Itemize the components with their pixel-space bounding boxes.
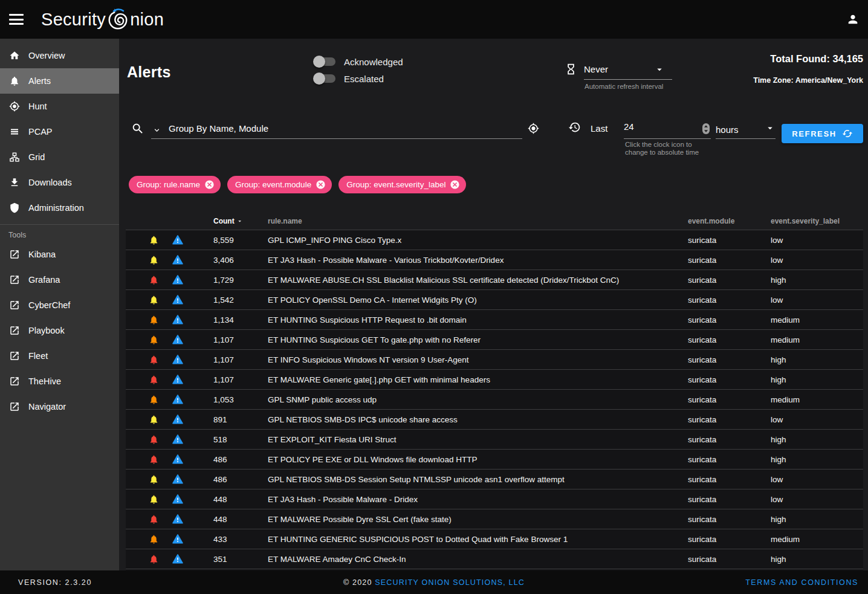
table-row[interactable]: 891 GPL NETBIOS SMB-DS IPC$ unicode shar… (126, 409, 863, 429)
table-row[interactable]: 1,542 ET POLICY OpenSSL Demo CA - Intern… (126, 289, 863, 309)
info-triangle-icon[interactable] (172, 474, 183, 485)
severity-bell-icon[interactable] (149, 494, 159, 505)
info-triangle-icon[interactable] (172, 414, 183, 425)
info-triangle-icon[interactable] (172, 554, 183, 564)
tools-item[interactable]: Playbook (0, 318, 119, 343)
filter-chip[interactable]: Group: rule.name (129, 176, 221, 193)
field-underline (584, 79, 672, 80)
info-triangle-icon[interactable] (172, 354, 183, 365)
sidebar-item[interactable]: Administration (0, 195, 119, 221)
auto-refresh-select[interactable]: Never (565, 63, 673, 76)
table-row[interactable]: 3,406 ET JA3 Hash - Possible Malware - V… (126, 250, 863, 270)
table-row[interactable]: 351 ET MALWARE Amadey CnC Check-In suric… (126, 549, 863, 569)
sidebar-item[interactable]: Downloads (0, 170, 119, 195)
table-row[interactable]: 1,053 GPL SNMP public access udp suricat… (126, 389, 863, 409)
severity-bell-icon[interactable] (149, 395, 159, 405)
sidebar-item[interactable]: Hunt (0, 94, 119, 119)
solutions-link[interactable]: SECURITY ONION SOLUTIONS, LLC (375, 578, 525, 587)
severity-bell-icon[interactable] (149, 454, 159, 465)
severity-bell-icon[interactable] (149, 295, 159, 305)
info-triangle-icon[interactable] (172, 514, 183, 525)
table-row[interactable]: 1,729 ET MALWARE ABUSE.CH SSL Blacklist … (126, 270, 863, 289)
info-triangle-icon[interactable] (172, 294, 183, 305)
tools-item[interactable]: TheHive (0, 369, 119, 394)
escalated-toggle[interactable]: Escalated (315, 73, 403, 85)
search-icon[interactable] (131, 122, 144, 135)
severity-bell-icon[interactable] (149, 255, 159, 265)
query-input[interactable] (169, 123, 522, 134)
info-triangle-icon[interactable] (172, 494, 183, 505)
severity-bell-icon[interactable] (149, 315, 159, 325)
table-row[interactable]: 1,134 ET HUNTING Suspicious HTTP Request… (126, 309, 863, 329)
info-triangle-icon[interactable] (172, 454, 183, 465)
severity-bell-icon[interactable] (149, 534, 159, 544)
table-row[interactable]: 1,107 ET HUNTING Suspicious GET To gate.… (126, 329, 863, 349)
info-triangle-icon[interactable] (172, 374, 183, 385)
hunt-crosshair-icon[interactable] (528, 123, 539, 134)
info-triangle-icon[interactable] (172, 314, 183, 325)
column-header-rule-name[interactable]: rule.name (243, 217, 688, 225)
table-row[interactable]: 448 ET MALWARE Possible Dyre SSL Cert (f… (126, 509, 863, 529)
sidebar-item-icon (9, 50, 20, 61)
table-row[interactable]: 518 ET EXPLOIT_KIT Fiesta URI Struct sur… (126, 429, 863, 449)
table-row[interactable]: 8,559 GPL ICMP_INFO PING Cisco Type.x su… (126, 230, 863, 250)
number-stepper-icon[interactable] (702, 123, 710, 134)
terms-link[interactable]: TERMS AND CONDITIONS (745, 578, 858, 587)
severity-bell-icon[interactable] (149, 415, 159, 425)
sidebar-item[interactable]: Alerts (0, 68, 119, 94)
filter-chip[interactable]: Group: event.module (227, 176, 332, 193)
table-row[interactable]: 486 GPL NETBIOS SMB-DS Session Setup NTM… (126, 469, 863, 489)
clock-history-icon[interactable] (568, 121, 581, 134)
chip-close-icon[interactable] (316, 179, 326, 190)
info-triangle-icon[interactable] (172, 534, 183, 544)
hamburger-menu-icon[interactable] (9, 14, 24, 25)
sidebar-item[interactable]: Overview (0, 43, 119, 68)
info-triangle-icon[interactable] (172, 394, 183, 405)
tools-item[interactable]: Fleet (0, 343, 119, 369)
time-zone: Time Zone: America/New_York (753, 76, 863, 85)
tools-item[interactable]: CyberChef (0, 292, 119, 318)
acknowledged-toggle[interactable]: Acknowledged (315, 56, 403, 68)
info-triangle-icon[interactable] (172, 334, 183, 345)
sidebar-item[interactable]: Grid (0, 144, 119, 170)
table-row[interactable]: 448 ET JA3 Hash - Possible Malware - Dri… (126, 489, 863, 509)
severity-bell-icon[interactable] (149, 235, 159, 245)
tools-section-label: Tools (8, 231, 119, 239)
brand-logo[interactable]: Security nion (41, 7, 164, 31)
sidebar-item[interactable]: PCAP (0, 119, 119, 144)
severity-bell-icon[interactable] (149, 554, 159, 564)
severity-bell-icon[interactable] (149, 275, 159, 285)
chip-close-icon[interactable] (204, 179, 215, 190)
row-rule-name: ET MALWARE Possible Dyre SSL Cert (fake … (243, 515, 688, 524)
info-triangle-icon[interactable] (172, 234, 183, 245)
column-header-count[interactable]: Count (190, 217, 243, 225)
info-triangle-icon[interactable] (172, 254, 183, 265)
severity-bell-icon[interactable] (149, 434, 159, 445)
severity-bell-icon[interactable] (149, 335, 159, 345)
info-triangle-icon[interactable] (172, 434, 183, 445)
table-row[interactable]: 1,107 ET MALWARE Generic gate[.].php GET… (126, 369, 863, 389)
duration-input[interactable] (624, 118, 684, 132)
severity-bell-icon[interactable] (149, 514, 159, 525)
column-header-severity[interactable]: event.severity_label (771, 217, 863, 225)
toggle-switch[interactable] (315, 57, 335, 66)
severity-bell-icon[interactable] (149, 355, 159, 365)
table-row[interactable]: 433 ET HUNTING GENERIC SUSPICIOUS POST t… (126, 529, 863, 549)
refresh-button[interactable]: REFRESH (782, 124, 863, 143)
tools-item[interactable]: Kibana (0, 242, 119, 267)
column-header-event-module[interactable]: event.module (688, 217, 771, 225)
query-dropdown-chevron-icon[interactable] (152, 126, 161, 135)
unit-select[interactable]: hours (716, 118, 776, 139)
info-triangle-icon[interactable] (172, 274, 183, 285)
tools-item[interactable]: Navigator (0, 394, 119, 419)
severity-bell-icon[interactable] (149, 375, 159, 385)
row-severity-label: low (771, 256, 863, 265)
filter-chip[interactable]: Group: event.severity_label (338, 176, 466, 193)
toggle-switch[interactable] (315, 74, 335, 83)
table-row[interactable]: 1,107 ET INFO Suspicious Windows NT vers… (126, 349, 863, 369)
severity-bell-icon[interactable] (149, 474, 159, 485)
user-account-button[interactable] (846, 13, 860, 26)
table-row[interactable]: 486 ET POLICY PE EXE or DLL Windows file… (126, 449, 863, 469)
tools-item[interactable]: Grafana (0, 267, 119, 292)
chip-close-icon[interactable] (450, 179, 460, 190)
